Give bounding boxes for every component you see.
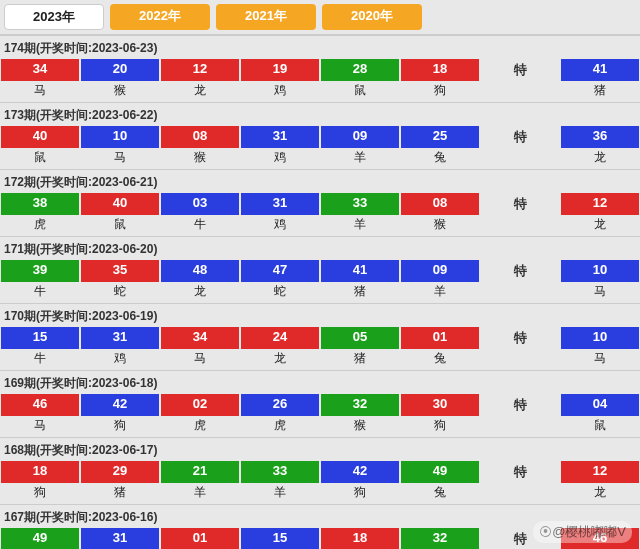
zodiac-2: 猴 xyxy=(160,148,240,169)
ball-3: 26 xyxy=(241,394,319,416)
te-label: 特 xyxy=(481,193,559,215)
zodiac-0: 马 xyxy=(0,416,80,437)
draw-174: 174期(开奖时间:2023-06-23)342012192818特41马猴龙鸡… xyxy=(0,35,640,102)
zodiac-1: 猴 xyxy=(80,81,160,102)
te-label: 特 xyxy=(481,126,559,148)
ball-4: 32 xyxy=(321,394,399,416)
zodiac-0: 牛 xyxy=(0,349,80,370)
zodiac-3: 龙 xyxy=(240,349,320,370)
ball-1: 31 xyxy=(81,528,159,549)
ball-5: 32 xyxy=(401,528,479,549)
zodiac-0: 虎 xyxy=(0,215,80,236)
zodiac-5: 兔 xyxy=(400,483,480,504)
draw-header: 168期(开奖时间:2023-06-17) xyxy=(0,438,640,461)
ball-2: 34 xyxy=(161,327,239,349)
zodiac-5: 兔 xyxy=(400,148,480,169)
ball-4: 41 xyxy=(321,260,399,282)
zodiac-4: 猪 xyxy=(320,282,400,303)
zodiac-0: 鼠 xyxy=(0,148,80,169)
watermark: ⦿@樱桃嘟嘟V xyxy=(533,521,632,543)
te-label: 特 xyxy=(481,461,559,483)
zodiac-3: 鸡 xyxy=(240,81,320,102)
zodiac-2: 虎 xyxy=(160,416,240,437)
te-spacer xyxy=(480,81,560,102)
zodiac-6: 鼠 xyxy=(560,416,640,437)
ball-0: 40 xyxy=(1,126,79,148)
zodiac-6: 马 xyxy=(560,282,640,303)
ball-5: 09 xyxy=(401,260,479,282)
zodiac-1: 蛇 xyxy=(80,282,160,303)
ball-4: 05 xyxy=(321,327,399,349)
year-tab-2[interactable]: 2021年 xyxy=(216,4,316,30)
draw-171: 171期(开奖时间:2023-06-20)393548474109特10牛蛇龙蛇… xyxy=(0,236,640,303)
zodiac-4: 猴 xyxy=(320,416,400,437)
te-spacer xyxy=(480,483,560,504)
ball-5: 25 xyxy=(401,126,479,148)
zodiac-4: 羊 xyxy=(320,215,400,236)
ball-1: 29 xyxy=(81,461,159,483)
zodiac-0: 马 xyxy=(0,81,80,102)
ball-6: 12 xyxy=(561,461,639,483)
zodiac-6: 龙 xyxy=(560,215,640,236)
ball-2: 03 xyxy=(161,193,239,215)
draws-list: 174期(开奖时间:2023-06-23)342012192818特41马猴龙鸡… xyxy=(0,35,640,549)
ball-0: 34 xyxy=(1,59,79,81)
ball-2: 01 xyxy=(161,528,239,549)
ball-6: 04 xyxy=(561,394,639,416)
ball-4: 33 xyxy=(321,193,399,215)
ball-2: 21 xyxy=(161,461,239,483)
ball-0: 39 xyxy=(1,260,79,282)
zodiac-2: 牛 xyxy=(160,215,240,236)
draw-header: 170期(开奖时间:2023-06-19) xyxy=(0,304,640,327)
te-spacer xyxy=(480,215,560,236)
zodiac-5: 猴 xyxy=(400,215,480,236)
ball-5: 01 xyxy=(401,327,479,349)
zodiac-3: 蛇 xyxy=(240,282,320,303)
ball-1: 35 xyxy=(81,260,159,282)
zodiac-4: 羊 xyxy=(320,148,400,169)
zodiac-6: 猪 xyxy=(560,81,640,102)
ball-5: 18 xyxy=(401,59,479,81)
zodiac-6: 马 xyxy=(560,349,640,370)
te-label: 特 xyxy=(481,260,559,282)
ball-5: 30 xyxy=(401,394,479,416)
ball-5: 49 xyxy=(401,461,479,483)
draw-172: 172期(开奖时间:2023-06-21)384003313308特12虎鼠牛鸡… xyxy=(0,169,640,236)
zodiac-2: 马 xyxy=(160,349,240,370)
ball-1: 10 xyxy=(81,126,159,148)
ball-0: 49 xyxy=(1,528,79,549)
draw-173: 173期(开奖时间:2023-06-22)401008310925特36鼠马猴鸡… xyxy=(0,102,640,169)
draw-170: 170期(开奖时间:2023-06-19)153134240501特10牛鸡马龙… xyxy=(0,303,640,370)
ball-1: 42 xyxy=(81,394,159,416)
ball-3: 19 xyxy=(241,59,319,81)
zodiac-1: 马 xyxy=(80,148,160,169)
draw-header: 169期(开奖时间:2023-06-18) xyxy=(0,371,640,394)
zodiac-2: 龙 xyxy=(160,81,240,102)
year-tabs: 2023年2022年2021年2020年 xyxy=(0,0,640,35)
ball-2: 02 xyxy=(161,394,239,416)
draw-header: 174期(开奖时间:2023-06-23) xyxy=(0,36,640,59)
zodiac-6: 龙 xyxy=(560,148,640,169)
draw-169: 169期(开奖时间:2023-06-18)464202263230特04马狗虎虎… xyxy=(0,370,640,437)
te-label: 特 xyxy=(481,327,559,349)
zodiac-3: 羊 xyxy=(240,483,320,504)
ball-0: 15 xyxy=(1,327,79,349)
te-spacer xyxy=(480,349,560,370)
zodiac-2: 龙 xyxy=(160,282,240,303)
zodiac-1: 鸡 xyxy=(80,349,160,370)
year-tab-3[interactable]: 2020年 xyxy=(322,4,422,30)
ball-4: 42 xyxy=(321,461,399,483)
ball-3: 15 xyxy=(241,528,319,549)
year-tab-0[interactable]: 2023年 xyxy=(4,4,104,30)
year-tab-1[interactable]: 2022年 xyxy=(110,4,210,30)
zodiac-4: 鼠 xyxy=(320,81,400,102)
zodiac-1: 狗 xyxy=(80,416,160,437)
ball-6: 12 xyxy=(561,193,639,215)
ball-1: 40 xyxy=(81,193,159,215)
zodiac-1: 鼠 xyxy=(80,215,160,236)
zodiac-1: 猪 xyxy=(80,483,160,504)
ball-0: 18 xyxy=(1,461,79,483)
ball-3: 24 xyxy=(241,327,319,349)
ball-6: 10 xyxy=(561,260,639,282)
draw-header: 171期(开奖时间:2023-06-20) xyxy=(0,237,640,260)
